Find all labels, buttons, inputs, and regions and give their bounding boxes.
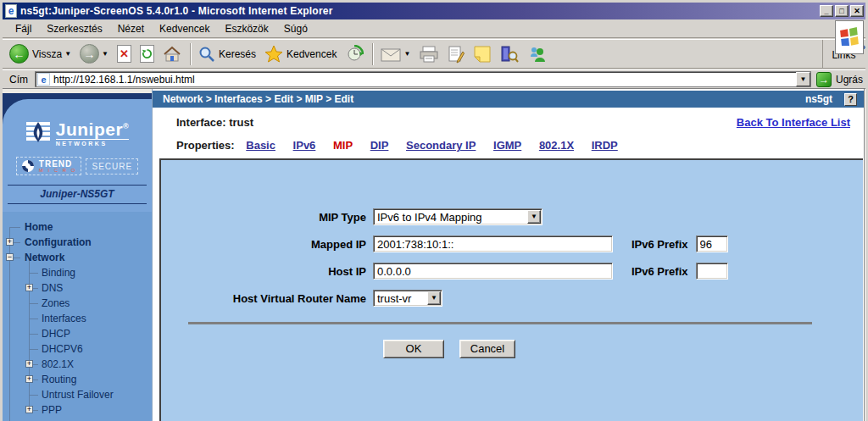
sidebar-brand-area: Juniper® NETWORKS TREND [3,93,152,212]
trend-label: TREND [39,160,77,168]
back-dropdown-icon[interactable]: ▼ [64,50,71,58]
minimize-button[interactable]: _ [820,5,833,17]
home-button[interactable] [159,44,185,64]
secure-label: SECURE [86,158,138,174]
expand-plus-icon[interactable]: + [6,238,14,246]
browser-window: e ns5gt:Juniper-ScreenOS 5.4.0r1.0 - Mic… [0,0,868,421]
expand-plus-icon[interactable]: + [25,406,33,413]
favorites-button[interactable]: Kedvencek [261,43,340,64]
sidebar-item-interfaces[interactable]: Interfaces [3,311,152,326]
host-ip-label: Host IP [161,265,373,278]
back-label: Vissza [32,48,62,60]
ok-button[interactable]: OK [383,340,444,358]
sidebar-item-dhcpv6[interactable]: DHCPV6 [3,341,152,357]
juniper-wordmark: Juniper® [56,118,130,138]
chevron-down-icon[interactable]: ▼ [427,291,441,305]
back-to-interface-list-link[interactable]: Back To Interface List [737,116,850,129]
window-title: ns5gt:Juniper-ScreenOS 5.4.0r1.0 - Micro… [20,5,818,17]
home-icon [163,46,181,63]
form-panel: MIP Type IPv6 to IPv4 Mapping ▼ Mapped I… [159,158,863,421]
divider [188,322,812,324]
print-button[interactable] [415,44,442,64]
sidebar-item-dns[interactable]: +DNS [3,280,152,296]
mapped-ip-prefix-field[interactable] [696,235,728,252]
breadcrumb: Network > Interfaces > Edit > MIP > Edit [163,93,805,105]
tab-basic[interactable]: Basic [246,139,275,152]
tab-8021x[interactable]: 802.1X [539,139,574,152]
back-button[interactable]: ← Vissza ▼ [6,42,75,65]
menu-edit[interactable]: Szerkesztés [39,21,109,36]
collapse-minus-icon[interactable]: − [6,253,14,261]
refresh-button[interactable] [136,43,158,64]
menu-view[interactable]: Nézet [110,21,152,36]
sidebar: Juniper® NETWORKS TREND [3,89,153,421]
favorites-label: Kedvencek [287,48,337,60]
tab-irdp[interactable]: IRDP [592,139,618,152]
page-title: Interface: trust [176,116,253,129]
history-button[interactable] [342,43,367,65]
sidebar-item-zones[interactable]: Zones [3,296,152,311]
tab-ipv6[interactable]: IPv6 [293,139,316,152]
host-ip-field[interactable] [373,263,613,280]
edit-button[interactable] [444,43,468,65]
forward-dropdown-icon[interactable]: ▼ [102,50,108,58]
messenger-button[interactable] [524,43,551,65]
go-label: Ugrás [836,74,863,86]
close-button[interactable]: ✕ [850,5,864,17]
research-button[interactable] [497,43,522,65]
stop-icon: ✕ [117,45,131,63]
sidebar-item-configuration[interactable]: +Configuration [3,235,152,250]
menu-help[interactable]: Súgó [276,21,315,36]
sidebar-item-dhcp[interactable]: DHCP [3,326,152,341]
sidebar-item-security[interactable]: +Security [3,418,152,421]
mapped-ip-field[interactable] [373,235,613,252]
sidebar-item-8021x[interactable]: +802.1X [3,357,152,372]
mip-type-select[interactable]: IPv6 to IPv4 Mapping ▼ [373,208,542,225]
address-url[interactable]: http://192.168.1.1/nswebui.html [53,74,796,86]
mail-dropdown-icon[interactable]: ▼ [403,50,410,58]
cancel-button[interactable]: Cancel [459,340,515,358]
search-button[interactable]: Keresés [195,44,259,64]
window-right-border [864,89,868,421]
go-arrow-icon: → [816,72,832,87]
address-input[interactable]: e http://192.168.1.1/nswebui.html ▼ [35,71,811,87]
menu-tools[interactable]: Eszközök [217,21,275,36]
menu-file[interactable]: Fájl [8,21,39,36]
help-button[interactable]: ? [844,93,857,106]
sidebar-item-binding[interactable]: Binding [3,265,152,280]
sidebar-item-untrust-failover[interactable]: Untrust Failover [3,387,152,402]
search-icon [198,46,215,63]
sidebar-item-ppp[interactable]: +PPP [3,402,152,418]
expand-plus-icon[interactable]: + [25,360,33,368]
toolbar-separator [190,43,192,65]
breadcrumb-bar: Network > Interfaces > Edit > MIP > Edit… [153,91,864,108]
print-icon [419,46,439,63]
host-ip-prefix-field[interactable] [696,263,728,280]
messenger-icon [527,45,548,64]
juniper-flame-icon [25,119,51,145]
sidebar-item-home[interactable]: Home [3,219,152,235]
address-dropdown-icon[interactable]: ▼ [796,72,810,86]
tab-igmp[interactable]: IGMP [493,139,521,152]
go-button[interactable]: → Ugrás [811,72,863,87]
maximize-button[interactable]: □ [835,5,849,17]
windows-logo-throbber [835,20,864,54]
menu-favorites[interactable]: Kedvencek [152,21,217,36]
discuss-button[interactable] [470,43,495,65]
stop-button[interactable]: ✕ [114,43,135,64]
host-virtual-router-select[interactable]: trust-vr ▼ [373,290,442,307]
mail-button[interactable]: ▼ [377,45,414,64]
nav-tree: Home +Configuration −Network Binding +DN… [3,219,152,421]
tab-secondary-ip[interactable]: Secondary IP [406,139,476,152]
expand-plus-icon[interactable]: + [25,375,33,383]
sidebar-item-network[interactable]: −Network [3,250,152,265]
tab-dip[interactable]: DIP [370,139,389,152]
sidebar-item-routing[interactable]: +Routing [3,372,152,387]
forward-button[interactable]: → ▼ [76,42,112,65]
chevron-down-icon[interactable]: ▼ [527,210,541,224]
expand-plus-icon[interactable]: + [25,284,33,291]
refresh-icon [140,45,154,63]
toolbar-separator [372,43,374,65]
tab-mip[interactable]: MIP [333,139,353,152]
address-label: Cím [5,74,35,86]
